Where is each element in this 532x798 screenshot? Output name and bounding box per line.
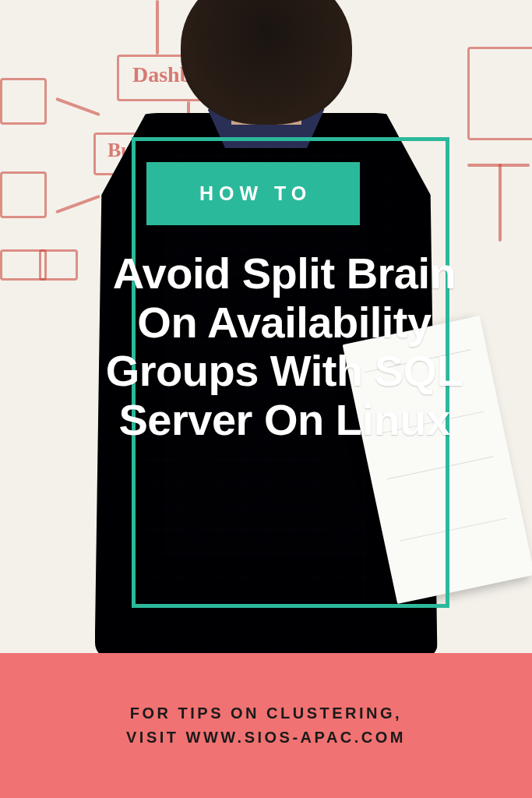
diagram-box <box>39 249 78 281</box>
footer-line-2: VISIT WWW.SIOS-APAC.COM <box>126 729 406 746</box>
footer-line-1: FOR TIPS ON CLUSTERING, <box>130 704 402 722</box>
article-title: Avoid Split Brain On Availability Groups… <box>90 249 479 445</box>
diagram-line <box>499 164 502 242</box>
category-badge: HOW TO <box>146 162 360 225</box>
footer-bar: FOR TIPS ON CLUSTERING, VISIT WWW.SIOS-A… <box>0 653 532 798</box>
hero-photo: Dashboard Budget HOW TO Avoid Split Brai… <box>0 0 532 653</box>
footer-text: FOR TIPS ON CLUSTERING, VISIT WWW.SIOS-A… <box>126 701 406 750</box>
diagram-box <box>467 47 532 140</box>
person-hair <box>181 0 352 125</box>
badge-label: HOW TO <box>199 182 312 204</box>
diagram-box <box>0 171 47 218</box>
diagram-box <box>0 78 47 125</box>
